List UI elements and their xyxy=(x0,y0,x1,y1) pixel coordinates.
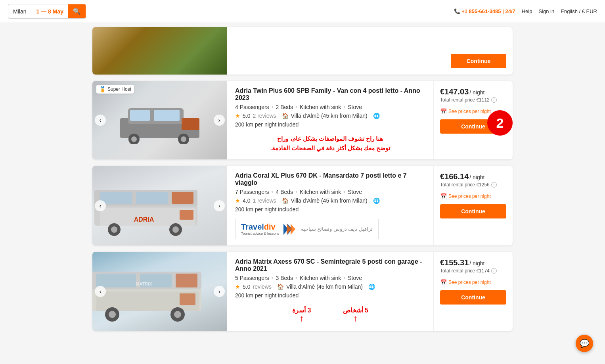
svg-point-19 xyxy=(172,226,179,233)
top-right-nav: 📞 +1 855-661-3485 | 24/7 Help Sign in En… xyxy=(454,8,597,14)
card3-rating-row: ★ 5.0 reviews 🏠 Villa d'Almè (45 km from… xyxy=(235,284,425,299)
location-icon-2: 🏠 xyxy=(282,197,289,204)
partial-card-content xyxy=(227,27,433,75)
km-icon-1: 🌐 xyxy=(373,113,380,119)
star-icon-1: ★ xyxy=(235,113,240,119)
svg-point-35 xyxy=(174,311,181,318)
card3-see-prices-button[interactable]: 📅 See prices per night xyxy=(440,279,491,285)
card1-meta: 4 Passengers • 2 Beds • Kitchen with sin… xyxy=(235,104,425,110)
svg-text:MATRIX: MATRIX xyxy=(136,282,152,286)
info-icon-1[interactable]: i xyxy=(491,97,497,103)
svg-rect-12 xyxy=(136,192,168,204)
listing-card-2: 🏅 Super Host ‹ ADRIA xyxy=(92,166,513,245)
card2-continue-button[interactable]: Continue xyxy=(440,204,506,218)
card1-price: €147.03 / night xyxy=(440,87,484,96)
km-icon-2: 🌐 xyxy=(373,197,380,204)
calendar-icon-2: 📅 xyxy=(440,193,447,199)
travel-watermark: Travel div Tourist advice & lessons تراف… xyxy=(235,219,379,239)
card3-price-panel: €155.31 / night Total rental price €1174… xyxy=(433,252,513,331)
svg-point-33 xyxy=(109,311,116,318)
info-icon-2[interactable]: i xyxy=(491,182,497,188)
location-input[interactable]: Milan xyxy=(8,6,31,17)
info-icon-3[interactable]: i xyxy=(491,268,497,274)
help-link[interactable]: Help xyxy=(522,8,532,14)
card1-next-arrow[interactable]: › xyxy=(214,115,225,126)
calendar-icon-1: 📅 xyxy=(440,108,447,115)
search-button[interactable]: 🔍 xyxy=(68,4,86,18)
svg-rect-27 xyxy=(96,274,136,287)
star-icon-2: ★ xyxy=(235,197,240,204)
travel-brand-orange: div xyxy=(264,222,276,232)
card2-total-price: Total rental price €1256 i xyxy=(440,182,497,188)
language-selector[interactable]: English / € EUR xyxy=(561,8,597,14)
km-icon-3: 🌐 xyxy=(368,284,375,290)
travel-subtitle: Tourist advice & lessons xyxy=(241,232,280,236)
card3-prev-arrow[interactable]: ‹ xyxy=(95,286,106,297)
chat-bubble-button[interactable]: 💬 xyxy=(576,335,593,341)
listing-card-1: 🏅 Super Host ‹ › xyxy=(92,81,513,159)
card1-prev-arrow[interactable]: ‹ xyxy=(95,115,106,126)
card2-info: Adria Coral XL Plus 670 DK - Mansardato … xyxy=(227,166,433,245)
card3-title: Adria Matrix Axess 670 SC - Semintegrale… xyxy=(235,258,425,272)
search-bar[interactable]: Milan 1 — 8 May 🔍 xyxy=(8,4,86,19)
svg-point-5 xyxy=(131,136,137,142)
svg-rect-13 xyxy=(172,192,193,204)
calendar-icon-3: 📅 xyxy=(440,279,447,285)
star-icon-3: ★ xyxy=(235,284,240,290)
annotation-people: 5 أشخاص ↑ xyxy=(343,307,368,323)
top-bar: Milan 1 — 8 May 🔍 📞 +1 855-661-3485 | 24… xyxy=(0,0,605,23)
phone-number: 📞 +1 855-661-3485 | 24/7 xyxy=(454,8,515,14)
svg-text:ADRIA: ADRIA xyxy=(134,216,154,223)
partial-card-image xyxy=(92,27,227,75)
super-host-icon-1: 🏅 xyxy=(99,86,106,92)
card1-total-price: Total rental price €1112 i xyxy=(440,97,497,103)
dates-input[interactable]: 1 — 8 May xyxy=(31,6,68,17)
card2-prev-arrow[interactable]: ‹ xyxy=(95,200,106,211)
card3-continue-button[interactable]: Continue xyxy=(440,290,506,305)
arrow-up-beds: ↑ xyxy=(299,314,304,323)
van-svg xyxy=(116,96,203,144)
svg-rect-29 xyxy=(176,274,197,287)
sign-in-link[interactable]: Sign in xyxy=(538,8,554,14)
svg-rect-8 xyxy=(182,118,199,130)
travel-brand: Travel div Tourist advice & lessons xyxy=(241,222,280,236)
card3-next-arrow[interactable]: › xyxy=(214,286,225,297)
location-icon-1: 🏠 xyxy=(282,113,289,119)
super-host-badge-1: 🏅 Super Host xyxy=(96,85,134,94)
card2-price-panel: €166.14 / night Total rental price €1256… xyxy=(433,166,513,245)
svg-point-17 xyxy=(111,226,117,233)
listing-card-3: 🏅 Super Host ‹ MATRI xyxy=(92,252,513,331)
card2-next-arrow[interactable]: › xyxy=(214,200,225,211)
partial-continue-button[interactable]: Continue xyxy=(451,54,506,68)
svg-rect-15 xyxy=(180,210,193,220)
svg-marker-24 xyxy=(291,224,295,235)
card2-see-prices-button[interactable]: 📅 See prices per night xyxy=(440,193,491,199)
card3-total-price: Total rental price €1174 i xyxy=(440,268,497,274)
card1-see-prices-button[interactable]: 📅 See prices per night xyxy=(440,108,491,115)
svg-rect-3 xyxy=(154,110,180,121)
card2-title: Adria Coral XL Plus 670 DK - Mansardato … xyxy=(235,172,425,186)
card3-info: Adria Matrix Axess 670 SC - Semintegrale… xyxy=(227,252,433,331)
partial-price-panel: Continue xyxy=(433,27,513,75)
svg-rect-2 xyxy=(130,110,150,121)
card2-image-wrap: 🏅 Super Host ‹ ADRIA xyxy=(92,166,227,245)
travel-logo-chevrons xyxy=(283,224,297,235)
motorhome2-svg: MATRIX xyxy=(92,264,207,331)
badge-circle-2: 2 xyxy=(487,110,513,136)
card1-arabic-annotation: هنا راح تشوف المواصفات بشكل عام، وراح تو… xyxy=(235,134,425,153)
card3-meta: 5 Passengers • 3 Beds • Kitchen with sin… xyxy=(235,275,425,281)
card3-image-wrap: 🏅 Super Host ‹ MATRI xyxy=(92,252,227,331)
card3-price: €155.31 / night xyxy=(440,258,484,267)
card1-image-wrap: 🏅 Super Host ‹ › xyxy=(92,81,227,159)
location-icon-3: 🏠 xyxy=(277,284,284,290)
card1-info: Adria Twin Plus 600 SPB Family - Van con… xyxy=(227,81,433,159)
svg-point-7 xyxy=(181,136,186,142)
card1-rating-row: ★ 5.0 2 reviews 🏠 Villa d'Almè (45 km fr… xyxy=(235,113,425,128)
arrow-up-people: ↑ xyxy=(353,314,358,323)
annotation-beds: 3 أسرة ↑ xyxy=(292,307,311,323)
svg-rect-11 xyxy=(100,192,132,204)
travel-arabic: ترافيل ديف دروس ونصائح سياحية xyxy=(301,226,373,232)
card2-rating-row: ★ 4.0 1 reviews 🏠 Villa d'Almè (45 km fr… xyxy=(235,197,425,213)
partial-card: Continue xyxy=(92,27,513,75)
travel-brand-blue: Travel xyxy=(241,222,264,232)
